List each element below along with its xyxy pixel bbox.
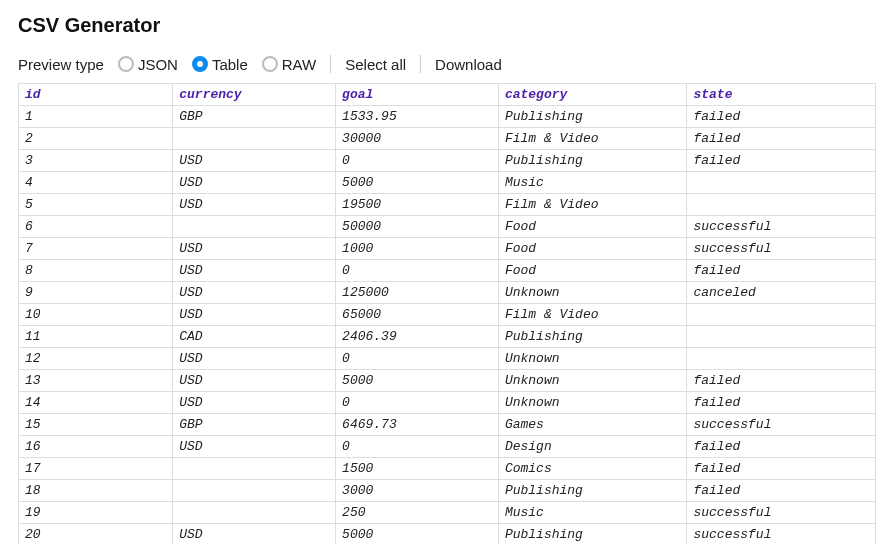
cell-id[interactable]: 8 (19, 260, 173, 282)
cell-id[interactable]: 1 (19, 106, 173, 128)
cell-category[interactable]: Food (498, 216, 687, 238)
cell-id[interactable]: 11 (19, 326, 173, 348)
cell-currency[interactable] (173, 128, 336, 150)
cell-goal[interactable]: 6469.73 (336, 414, 499, 436)
cell-goal[interactable]: 125000 (336, 282, 499, 304)
cell-goal[interactable]: 0 (336, 348, 499, 370)
cell-category[interactable]: Publishing (498, 150, 687, 172)
cell-state[interactable] (687, 326, 876, 348)
cell-id[interactable]: 3 (19, 150, 173, 172)
table-row[interactable]: 650000Foodsuccessful (19, 216, 876, 238)
cell-currency[interactable]: USD (173, 304, 336, 326)
table-row[interactable]: 11CAD2406.39Publishing (19, 326, 876, 348)
table-row[interactable]: 14USD0Unknownfailed (19, 392, 876, 414)
cell-currency[interactable] (173, 216, 336, 238)
table-row[interactable]: 9USD125000Unknowncanceled (19, 282, 876, 304)
cell-goal[interactable]: 1500 (336, 458, 499, 480)
col-currency[interactable]: currency (173, 84, 336, 106)
cell-state[interactable] (687, 348, 876, 370)
cell-state[interactable]: failed (687, 260, 876, 282)
cell-goal[interactable]: 3000 (336, 480, 499, 502)
cell-id[interactable]: 5 (19, 194, 173, 216)
cell-currency[interactable]: USD (173, 150, 336, 172)
table-row[interactable]: 3USD0Publishingfailed (19, 150, 876, 172)
cell-state[interactable]: failed (687, 436, 876, 458)
cell-goal[interactable]: 19500 (336, 194, 499, 216)
cell-id[interactable]: 7 (19, 238, 173, 260)
cell-state[interactable]: successful (687, 502, 876, 524)
cell-id[interactable]: 10 (19, 304, 173, 326)
cell-goal[interactable]: 30000 (336, 128, 499, 150)
cell-state[interactable]: failed (687, 458, 876, 480)
cell-currency[interactable]: USD (173, 370, 336, 392)
cell-goal[interactable]: 0 (336, 150, 499, 172)
cell-category[interactable]: Film & Video (498, 128, 687, 150)
cell-currency[interactable] (173, 480, 336, 502)
cell-state[interactable]: failed (687, 392, 876, 414)
cell-goal[interactable]: 0 (336, 260, 499, 282)
cell-currency[interactable]: GBP (173, 106, 336, 128)
radio-json[interactable]: JSON (118, 56, 178, 73)
cell-category[interactable]: Food (498, 238, 687, 260)
cell-category[interactable]: Music (498, 502, 687, 524)
cell-currency[interactable]: USD (173, 436, 336, 458)
table-row[interactable]: 16USD0Designfailed (19, 436, 876, 458)
cell-state[interactable]: failed (687, 106, 876, 128)
cell-state[interactable]: successful (687, 524, 876, 545)
cell-category[interactable]: Film & Video (498, 304, 687, 326)
cell-category[interactable]: Publishing (498, 326, 687, 348)
cell-category[interactable]: Unknown (498, 348, 687, 370)
cell-currency[interactable]: USD (173, 194, 336, 216)
cell-goal[interactable]: 65000 (336, 304, 499, 326)
cell-goal[interactable]: 0 (336, 436, 499, 458)
cell-currency[interactable]: USD (173, 172, 336, 194)
col-category[interactable]: category (498, 84, 687, 106)
table-row[interactable]: 13USD5000Unknownfailed (19, 370, 876, 392)
table-row[interactable]: 10USD65000Film & Video (19, 304, 876, 326)
cell-id[interactable]: 2 (19, 128, 173, 150)
table-row[interactable]: 8USD0Foodfailed (19, 260, 876, 282)
cell-category[interactable]: Publishing (498, 524, 687, 545)
cell-id[interactable]: 17 (19, 458, 173, 480)
cell-goal[interactable]: 5000 (336, 370, 499, 392)
cell-state[interactable]: successful (687, 238, 876, 260)
cell-id[interactable]: 4 (19, 172, 173, 194)
col-goal[interactable]: goal (336, 84, 499, 106)
cell-state[interactable]: canceled (687, 282, 876, 304)
cell-state[interactable] (687, 304, 876, 326)
cell-state[interactable]: successful (687, 216, 876, 238)
cell-state[interactable]: failed (687, 370, 876, 392)
cell-currency[interactable]: USD (173, 392, 336, 414)
cell-state[interactable]: failed (687, 480, 876, 502)
cell-category[interactable]: Unknown (498, 370, 687, 392)
cell-id[interactable]: 19 (19, 502, 173, 524)
cell-goal[interactable]: 1000 (336, 238, 499, 260)
cell-id[interactable]: 12 (19, 348, 173, 370)
cell-category[interactable]: Publishing (498, 480, 687, 502)
table-row[interactable]: 5USD19500Film & Video (19, 194, 876, 216)
table-row[interactable]: 4USD5000Music (19, 172, 876, 194)
cell-category[interactable]: Comics (498, 458, 687, 480)
cell-goal[interactable]: 0 (336, 392, 499, 414)
cell-state[interactable] (687, 172, 876, 194)
table-row[interactable]: 12USD0Unknown (19, 348, 876, 370)
cell-goal[interactable]: 50000 (336, 216, 499, 238)
table-row[interactable]: 15GBP6469.73Gamessuccessful (19, 414, 876, 436)
cell-currency[interactable]: USD (173, 524, 336, 545)
table-row[interactable]: 230000Film & Videofailed (19, 128, 876, 150)
cell-id[interactable]: 13 (19, 370, 173, 392)
cell-goal[interactable]: 250 (336, 502, 499, 524)
cell-currency[interactable] (173, 502, 336, 524)
cell-currency[interactable]: USD (173, 238, 336, 260)
cell-category[interactable]: Film & Video (498, 194, 687, 216)
cell-id[interactable]: 20 (19, 524, 173, 545)
cell-category[interactable]: Unknown (498, 392, 687, 414)
col-id[interactable]: id (19, 84, 173, 106)
cell-category[interactable]: Unknown (498, 282, 687, 304)
cell-currency[interactable]: USD (173, 282, 336, 304)
radio-raw[interactable]: RAW (262, 56, 316, 73)
cell-goal[interactable]: 1533.95 (336, 106, 499, 128)
cell-goal[interactable]: 5000 (336, 172, 499, 194)
cell-id[interactable]: 18 (19, 480, 173, 502)
cell-currency[interactable]: GBP (173, 414, 336, 436)
